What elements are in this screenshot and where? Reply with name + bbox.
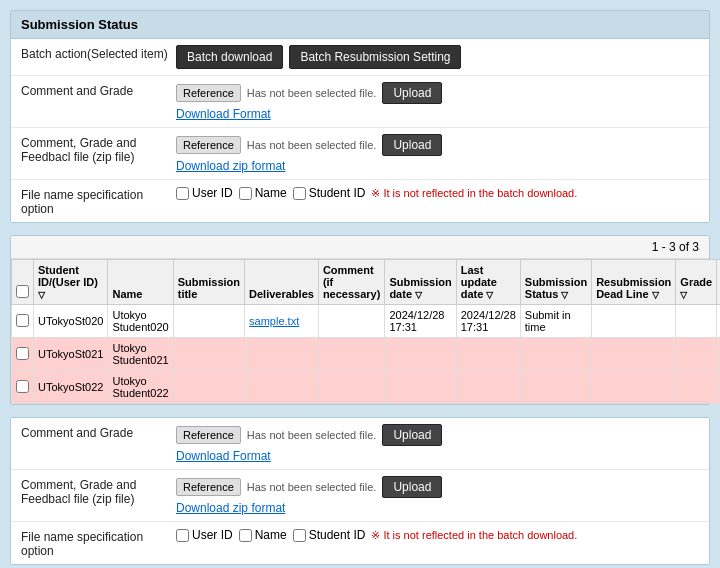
comment-grade-label: Comment and Grade <box>21 82 176 98</box>
submission-status-panel: Submission Status Batch action(Selected … <box>10 10 710 223</box>
batch-action-row: Batch action(Selected item) Batch downlo… <box>11 39 709 76</box>
studentid-checkbox-label-top[interactable]: Student ID <box>293 186 366 200</box>
bottom-file-text-2: Has not been selected file. <box>247 481 377 493</box>
comment-cell <box>318 305 385 338</box>
reference-button-2[interactable]: Reference <box>176 136 241 154</box>
zip-row: Comment, Grade and Feedbacl file (zip fi… <box>11 128 709 180</box>
grade-cell <box>676 371 717 404</box>
table-row: UTokyoSt020Utokyo Student020sample.txt20… <box>12 305 721 338</box>
row-checkbox[interactable] <box>16 347 29 360</box>
row-checkbox[interactable] <box>16 380 29 393</box>
userid-checkbox-top[interactable] <box>176 187 189 200</box>
bottom-comment-grade-row: Comment and Grade Reference Has not been… <box>11 418 709 470</box>
submission-title-cell <box>173 305 244 338</box>
upload-button-2[interactable]: Upload <box>382 134 442 156</box>
resubmission-deadline-cell <box>592 338 676 371</box>
bottom-download-zip-link[interactable]: Download zip format <box>176 501 285 515</box>
comm-cell <box>717 305 720 338</box>
userid-checkbox-bottom[interactable] <box>176 529 189 542</box>
name-checkbox-label-bottom[interactable]: Name <box>239 528 287 542</box>
resubmission-deadline-cell <box>592 305 676 338</box>
deliverables-cell <box>245 338 319 371</box>
batch-download-button[interactable]: Batch download <box>176 45 283 69</box>
bottom-panel: Comment and Grade Reference Has not been… <box>10 417 710 565</box>
col-comm: Comm… <box>717 260 720 305</box>
col-grade: Grade ▽ <box>676 260 717 305</box>
filename-content-bottom: User ID Name Student ID ※ It is not refl… <box>176 528 699 542</box>
comment-grade-content: Reference Has not been selected file. Up… <box>176 82 699 121</box>
submission-date-cell: 2024/12/28 17:31 <box>385 305 456 338</box>
col-submission-title: Submission title <box>173 260 244 305</box>
userid-checkbox-label-bottom[interactable]: User ID <box>176 528 233 542</box>
name-checkbox-bottom[interactable] <box>239 529 252 542</box>
batch-action-label: Batch action(Selected item) <box>21 45 176 61</box>
filename-row-bottom: File name specification option User ID N… <box>11 522 709 564</box>
student-id-cell: UTokyoSt021 <box>34 338 108 371</box>
col-last-update: Last update date ▽ <box>456 260 520 305</box>
bottom-zip-row: Comment, Grade and Feedbacl file (zip fi… <box>11 470 709 522</box>
deliverables-cell <box>245 371 319 404</box>
submission-status-cell <box>520 371 591 404</box>
bottom-comment-grade-content: Reference Has not been selected file. Up… <box>176 424 699 463</box>
col-status: Submission Status ▽ <box>520 260 591 305</box>
userid-text-top: User ID <box>192 186 233 200</box>
bottom-zip-label: Comment, Grade and Feedbacl file (zip fi… <box>21 476 176 506</box>
bottom-reference-button-1[interactable]: Reference <box>176 426 241 444</box>
resubmission-deadline-cell <box>592 371 676 404</box>
studentid-text-top: Student ID <box>309 186 366 200</box>
submission-status-header: Submission Status <box>11 11 709 39</box>
file-text-1: Has not been selected file. <box>247 87 377 99</box>
reference-button-1[interactable]: Reference <box>176 84 241 102</box>
submission-title-cell <box>173 371 244 404</box>
userid-checkbox-label-top[interactable]: User ID <box>176 186 233 200</box>
upload-button-1[interactable]: Upload <box>382 82 442 104</box>
student-id-cell: UTokyoSt022 <box>34 371 108 404</box>
batch-resubmission-button[interactable]: Batch Resubmission Setting <box>289 45 461 69</box>
student-name-cell: Utokyo Student020 <box>108 305 173 338</box>
last-update-cell <box>456 338 520 371</box>
name-checkbox-top[interactable] <box>239 187 252 200</box>
name-checkbox-label-top[interactable]: Name <box>239 186 287 200</box>
filename-row-top: File name specification option User ID N… <box>11 180 709 222</box>
file-text-2: Has not been selected file. <box>247 139 377 151</box>
submission-status-cell: Submit in time <box>520 305 591 338</box>
last-update-cell <box>456 371 520 404</box>
deliverable-link[interactable]: sample.txt <box>249 315 299 327</box>
col-deliverables: Deliverables <box>245 260 319 305</box>
name-text-bottom: Name <box>255 528 287 542</box>
bottom-download-format-link[interactable]: Download Format <box>176 449 271 463</box>
studentid-checkbox-top[interactable] <box>293 187 306 200</box>
filename-label-bottom: File name specification option <box>21 528 176 558</box>
studentid-checkbox-label-bottom[interactable]: Student ID <box>293 528 366 542</box>
row-checkbox[interactable] <box>16 314 29 327</box>
zip-content: Reference Has not been selected file. Up… <box>176 134 699 173</box>
studentid-checkbox-bottom[interactable] <box>293 529 306 542</box>
bottom-file-text-1: Has not been selected file. <box>247 429 377 441</box>
student-name-cell: Utokyo Student021 <box>108 338 173 371</box>
submission-title-cell <box>173 338 244 371</box>
download-format-link-1[interactable]: Download Format <box>176 107 271 121</box>
grade-cell <box>676 305 717 338</box>
pagination-row: 1 - 3 of 3 <box>11 236 709 259</box>
comment-cell <box>318 371 385 404</box>
bottom-reference-button-2[interactable]: Reference <box>176 478 241 496</box>
comment-grade-row: Comment and Grade Reference Has not been… <box>11 76 709 128</box>
col-student-id: Student ID/(User ID) ▽ <box>34 260 108 305</box>
student-name-cell: Utokyo Student022 <box>108 371 173 404</box>
warning-text-bottom: ※ It is not reflected in the batch downl… <box>371 529 577 542</box>
name-text-top: Name <box>255 186 287 200</box>
download-zip-link-1[interactable]: Download zip format <box>176 159 285 173</box>
col-checkbox[interactable] <box>12 260 34 305</box>
filename-label-top: File name specification option <box>21 186 176 216</box>
submission-date-cell <box>385 371 456 404</box>
select-all-checkbox[interactable] <box>16 285 29 298</box>
comment-cell <box>318 338 385 371</box>
bottom-upload-button-2[interactable]: Upload <box>382 476 442 498</box>
pagination-text: 1 - 3 of 3 <box>652 240 699 254</box>
last-update-cell: 2024/12/28 17:31 <box>456 305 520 338</box>
submission-status-cell <box>520 338 591 371</box>
grade-cell <box>676 338 717 371</box>
batch-action-content: Batch download Batch Resubmission Settin… <box>176 45 699 69</box>
bottom-upload-button-1[interactable]: Upload <box>382 424 442 446</box>
userid-text-bottom: User ID <box>192 528 233 542</box>
